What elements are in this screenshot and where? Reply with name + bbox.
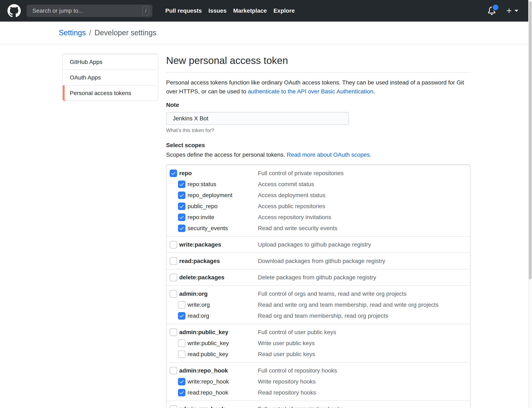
search-input[interactable] <box>26 5 152 17</box>
scope-description: Full control of private repositories <box>258 170 343 177</box>
scope-checkbox[interactable] <box>170 257 177 265</box>
scope-name: public_repo <box>188 203 218 210</box>
scope-row-child: repo:status Access commit status <box>166 179 470 190</box>
scope-name: repo <box>179 170 192 177</box>
note-input[interactable] <box>166 112 349 125</box>
scope-checkbox[interactable] <box>178 301 185 309</box>
scope-row-child: write:repo_hook Write repository hooks <box>166 376 470 387</box>
new-token-form: New personal access token Personal acces… <box>166 53 471 408</box>
check-icon <box>179 215 184 220</box>
scope-name: admin:public_key <box>179 329 228 336</box>
scope-checkbox[interactable] <box>170 329 177 336</box>
scope-group: admin:org_hook Full control of organizat… <box>166 400 470 408</box>
nav-link[interactable]: Explore <box>273 8 295 14</box>
scope-description: Read repository hooks <box>258 389 316 396</box>
scope-checkbox[interactable] <box>170 290 177 298</box>
nav-link[interactable]: Issues <box>209 8 227 14</box>
scope-children: write:org Read and write org and team me… <box>166 299 470 321</box>
scope-row-child: read:org Read org and team membership, r… <box>166 310 470 321</box>
scope-checkbox[interactable] <box>170 170 177 177</box>
scope-checkbox[interactable] <box>178 180 185 188</box>
nav-link[interactable]: Pull requests <box>165 8 202 14</box>
scope-row: admin:org Full control of orgs and teams… <box>166 288 470 299</box>
breadcrumb-current: Developer settings <box>95 28 156 37</box>
plus-icon <box>506 8 513 14</box>
scope-checkbox[interactable] <box>178 225 185 232</box>
scope-name: admin:repo_hook <box>179 367 228 374</box>
scope-checkbox[interactable] <box>170 274 177 281</box>
scope-description: Full control of organization hooks <box>258 406 343 408</box>
scope-name: write:public_key <box>188 340 229 347</box>
scope-children: write:public_key Write user public keys <box>166 338 470 360</box>
check-icon <box>179 379 184 384</box>
oauth-scopes-link[interactable]: Read more about OAuth scopes. <box>287 152 372 158</box>
breadcrumb-settings-link[interactable]: Settings <box>59 28 86 37</box>
create-new-dropdown[interactable] <box>506 8 518 14</box>
scope-description: Full control of repository hooks <box>258 367 337 374</box>
scope-description: Upload packages to github package regist… <box>258 241 371 248</box>
settings-content: GitHub Apps OAuth Apps Personal access t… <box>62 53 471 408</box>
intro-text-after: . <box>373 88 375 95</box>
scope-name: repo:status <box>188 181 216 187</box>
check-icon <box>179 226 184 231</box>
vertical-scrollbar-track[interactable] <box>528 0 532 408</box>
scope-checkbox[interactable] <box>178 340 185 347</box>
scope-name: repo:invite <box>188 214 214 221</box>
sidebar-item[interactable]: GitHub Apps <box>63 54 158 69</box>
scope-row-child: repo_deployment Access deployment status <box>166 190 470 201</box>
scope-name: read:packages <box>179 258 220 264</box>
nav-link[interactable]: Marketplace <box>233 8 267 14</box>
scope-group: repo Full control of private repositorie… <box>166 165 470 236</box>
scope-checkbox[interactable] <box>178 378 185 385</box>
github-logo-icon[interactable] <box>8 4 21 17</box>
scope-description: Access commit status <box>258 181 314 187</box>
header-right-cluster <box>488 7 518 15</box>
scope-group: write:packages Upload packages to github… <box>166 236 470 253</box>
scope-checkbox[interactable] <box>178 192 185 199</box>
vertical-scrollbar-thumb[interactable] <box>529 1 532 279</box>
scope-row: read:packages Download packages from git… <box>166 255 470 266</box>
scope-description: Download packages from github package re… <box>258 258 385 264</box>
scope-group: admin:public_key Full control of user pu… <box>166 324 470 362</box>
scope-description: Write user public keys <box>258 340 314 347</box>
scope-description: Write repository hooks <box>258 378 316 385</box>
scope-name: write:repo_hook <box>188 378 229 385</box>
scope-name: write:packages <box>179 241 221 248</box>
scope-checkbox[interactable] <box>178 389 185 396</box>
scope-name: admin:org <box>179 290 208 297</box>
scope-description: Read user public keys <box>258 351 315 357</box>
scope-description: Read and write org and team membership, … <box>258 302 439 308</box>
check-icon <box>179 204 184 209</box>
sidebar-item-label: OAuth Apps <box>70 74 101 81</box>
global-header: / Pull requests Issues Marketplace Explo… <box>0 0 532 22</box>
scope-group: admin:org Full control of orgs and teams… <box>166 285 470 324</box>
github-settings-page: / Pull requests Issues Marketplace Explo… <box>0 0 532 408</box>
select-scopes-heading: Select scopes <box>166 142 471 149</box>
scope-description: Full control of orgs and teams, read and… <box>258 290 407 297</box>
intro-paragraph: Personal access tokens function like ord… <box>166 78 471 96</box>
scope-group: delete:packages Delete packages from git… <box>166 269 470 285</box>
scope-checkbox[interactable] <box>170 241 177 248</box>
caret-down-icon <box>515 10 518 12</box>
scope-description: Access public repositories <box>258 203 325 210</box>
scopes-description-text: Scopes define the access for personal to… <box>166 152 287 158</box>
scope-checkbox[interactable] <box>178 213 185 221</box>
scope-description: Full control of user public keys <box>258 329 336 336</box>
global-search: / <box>26 5 152 17</box>
basic-auth-link[interactable]: authenticate to the API over Basic Authe… <box>248 88 373 95</box>
breadcrumb: Settings / Developer settings <box>0 22 532 44</box>
scope-name: read:repo_hook <box>188 389 228 396</box>
scope-checkbox[interactable] <box>170 405 177 408</box>
scope-row: delete:packages Delete packages from git… <box>166 272 470 283</box>
scope-checkbox[interactable] <box>178 350 185 358</box>
scope-checkbox[interactable] <box>170 367 177 374</box>
scope-row: admin:public_key Full control of user pu… <box>166 327 470 338</box>
sidebar-item[interactable]: OAuth Apps <box>63 69 158 85</box>
scope-checkbox[interactable] <box>178 203 185 210</box>
check-icon <box>179 390 184 395</box>
scope-name: admin:org_hook <box>179 406 225 408</box>
sidebar-item[interactable]: Personal access tokens <box>63 85 158 101</box>
notifications-button[interactable] <box>488 7 496 15</box>
scope-checkbox[interactable] <box>178 312 185 320</box>
scope-description: Read org and team membership, read org p… <box>258 313 388 319</box>
